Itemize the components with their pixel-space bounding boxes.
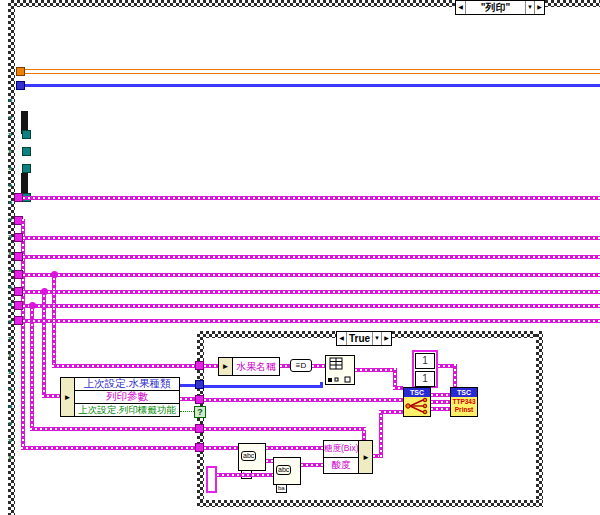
- wire-string: [453, 364, 457, 387]
- string-tunnel[interactable]: [195, 395, 204, 404]
- chevron-down-icon[interactable]: ▼: [372, 332, 381, 345]
- array-constant[interactable]: 1 1: [412, 350, 438, 388]
- string-tunnel[interactable]: [14, 193, 23, 202]
- wire-junction: [41, 288, 48, 295]
- right-arrow-icon: ▶: [537, 4, 542, 10]
- wire-int: [320, 382, 323, 388]
- chevron-icon: »: [8, 335, 18, 343]
- string-tunnel[interactable]: [14, 252, 23, 261]
- string-function-node[interactable]: abc ba: [273, 457, 301, 485]
- clipped-terminal-icon: [22, 130, 31, 139]
- unbundle-row[interactable]: 列印參數: [75, 391, 179, 404]
- array-element[interactable]: 1: [415, 353, 435, 369]
- wire-string: [217, 473, 273, 477]
- string-tunnel[interactable]: [14, 316, 23, 325]
- wire-string: [23, 319, 600, 323]
- bundle-by-name-brix[interactable]: 糖度(Bix) 酸度 ►: [323, 440, 373, 474]
- wire-string: [30, 427, 197, 431]
- inner-case-left-border: [197, 331, 204, 507]
- chevron-down-icon: ▼: [527, 4, 533, 10]
- string-icon: ≡D: [296, 361, 306, 370]
- wire-string: [379, 410, 403, 414]
- abc-icon: abc: [276, 465, 291, 475]
- unbundle-by-name-fruit[interactable]: ► 水果名稱: [218, 357, 280, 376]
- wire-string: [23, 236, 600, 240]
- bundle-row-label: 酸度: [332, 459, 351, 472]
- wire-string: [280, 364, 290, 368]
- unbundle-row[interactable]: 上次設定.列印標籤功能: [75, 404, 179, 416]
- unbundle-row-label: 上次設定.水果種類: [84, 378, 171, 391]
- chevron-icon: »: [8, 97, 18, 105]
- bundle-arrow-icon: ►: [64, 393, 72, 402]
- bundle-row[interactable]: 糖度(Bix): [324, 441, 358, 458]
- wire-string: [21, 446, 197, 450]
- tsc-printer-subvi[interactable]: TSC TTP343 Prinst: [450, 387, 478, 417]
- array-element[interactable]: 1: [415, 371, 435, 387]
- inner-case-selector[interactable]: ◀ True ▼ ▶: [336, 331, 392, 346]
- outer-case-selector-label[interactable]: "列印": [466, 1, 525, 14]
- outer-case-selector[interactable]: ◀ "列印" ▼ ▶: [455, 0, 545, 15]
- unbundle-input-arrow: ►: [219, 358, 233, 375]
- string-tunnel[interactable]: [195, 361, 204, 370]
- wire-string: [266, 446, 323, 450]
- inner-case-selector-label[interactable]: True: [347, 332, 372, 345]
- tsc-split-subvi[interactable]: TSC: [403, 387, 431, 417]
- wire-string: [393, 386, 403, 390]
- string-function-node[interactable]: abc ba: [238, 443, 266, 471]
- wire-string: [204, 427, 366, 431]
- chevron-icon: »: [8, 369, 18, 377]
- unbundle-input-arrow: ►: [61, 378, 75, 416]
- chevron-icon: »: [8, 454, 18, 462]
- table-grid-icon: [326, 356, 354, 384]
- wire-string: [312, 364, 325, 368]
- wire-string: [30, 304, 34, 431]
- subvi-label: TTP343: [451, 397, 477, 406]
- unbundle-row[interactable]: 上次設定.水果種類: [75, 378, 179, 391]
- ba-icon: ba: [276, 484, 287, 493]
- wire-string: [42, 394, 60, 398]
- string-constant[interactable]: [206, 466, 217, 493]
- subvi-header: TSC: [451, 388, 477, 397]
- case-selector-terminal[interactable]: ?: [194, 406, 206, 418]
- bundle-output-column: ►: [358, 441, 372, 473]
- wire-string: [180, 397, 196, 401]
- wire-int: [204, 385, 322, 388]
- case-prev-button[interactable]: ◀: [337, 332, 347, 345]
- case-next-button[interactable]: ▶: [381, 332, 391, 345]
- string-primitive-icon[interactable]: ≡D: [290, 359, 312, 372]
- build-table-node[interactable]: [325, 355, 355, 385]
- case-next-button[interactable]: ▶: [534, 1, 544, 14]
- string-tunnel[interactable]: [14, 270, 23, 279]
- wire-string: [266, 459, 273, 463]
- bundle-arrow-icon: ►: [222, 362, 230, 371]
- right-arrow-icon: ▶: [384, 335, 389, 341]
- wire-string: [204, 398, 403, 402]
- wire-string: [301, 463, 323, 467]
- case-prev-button[interactable]: ◀: [456, 1, 466, 14]
- bundle-row-label: 糖度(Bix): [324, 443, 358, 455]
- wire-string: [204, 364, 218, 368]
- case-dropdown-button[interactable]: ▼: [525, 1, 534, 14]
- string-tunnel[interactable]: [14, 301, 23, 310]
- chevron-icon: »: [8, 165, 18, 173]
- numeric-int-terminal[interactable]: [16, 81, 25, 90]
- numeric-dbl-terminal[interactable]: [16, 67, 25, 76]
- wire-string: [431, 393, 450, 397]
- unbundle-by-name-settings[interactable]: ► 上次設定.水果種類 列印參數 上次設定.列印標籤功能: [60, 377, 180, 417]
- wire-string: [23, 304, 600, 308]
- labview-block-diagram: ◀ "列印" ▼ ▶ » » » » » » » » » » » » » » »…: [0, 0, 600, 515]
- wire-string: [204, 446, 238, 450]
- wire-string: [52, 364, 197, 368]
- bundle-row[interactable]: 酸度: [324, 458, 358, 474]
- wire-string: [362, 431, 366, 440]
- string-tunnel[interactable]: [14, 287, 23, 296]
- string-tunnel[interactable]: [14, 233, 23, 242]
- string-tunnel[interactable]: [195, 443, 204, 452]
- unbundle-row[interactable]: 水果名稱: [233, 358, 279, 375]
- inner-case-right-border: [536, 331, 543, 507]
- wire-string: [23, 255, 600, 259]
- abc-icon: abc: [241, 451, 256, 461]
- wire-string: [23, 273, 600, 277]
- int-tunnel[interactable]: [195, 380, 204, 389]
- string-tunnel[interactable]: [195, 424, 204, 433]
